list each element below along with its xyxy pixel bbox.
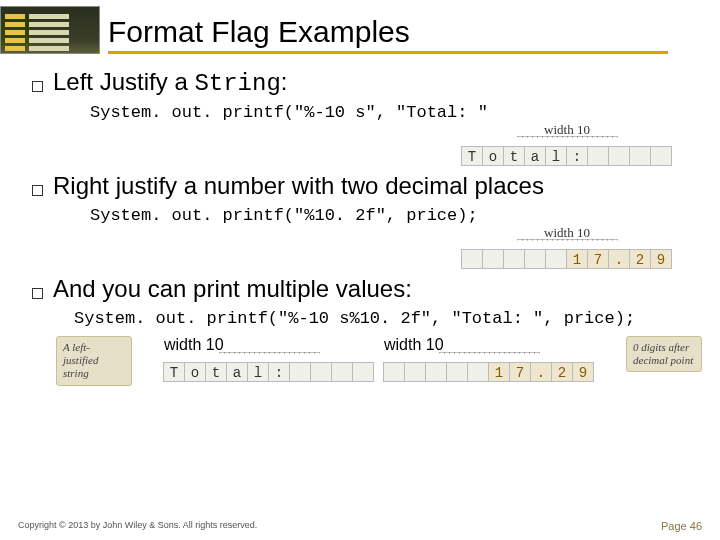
cell: : (566, 146, 588, 166)
cell (587, 146, 609, 166)
width-diagram: width 10 ⎴⎴⎴⎴⎴⎴⎴⎴⎴⎴⎴⎴⎴⎴⎴⎴⎴⎴⎴⎴ 17.29 (462, 225, 672, 269)
cell-row: 17.29 (384, 362, 594, 382)
cell: T (163, 362, 185, 382)
callout-left: A left-justified string (56, 336, 132, 386)
combined-diagram: A left-justified string width 10 ⎴⎴⎴⎴⎴⎴⎴… (56, 336, 702, 386)
cell: 9 (572, 362, 594, 382)
cell: 9 (650, 249, 672, 269)
cell (482, 249, 504, 269)
bullet-item: Right justify a number with two decimal … (32, 172, 702, 200)
cell: o (482, 146, 504, 166)
cell (404, 362, 426, 382)
bullet-icon (32, 185, 43, 196)
bullet-text: And you can print multiple values: (53, 275, 412, 303)
cell-row: Total: (164, 362, 374, 382)
slide-header: Format Flag Examples (0, 0, 720, 54)
cell: a (524, 146, 546, 166)
cell (545, 249, 567, 269)
cell (629, 146, 651, 166)
decorative-thumbnail (0, 6, 100, 54)
callout-right: 0 digits after decimal point (626, 336, 702, 372)
cell (331, 362, 353, 382)
width-diagram: width 10 ⎴⎴⎴⎴⎴⎴⎴⎴⎴⎴⎴⎴⎴⎴⎴⎴⎴⎴⎴⎴ Total: (462, 122, 672, 166)
cell (467, 362, 489, 382)
cell: 7 (509, 362, 531, 382)
code-line: System. out. printf("%-10 s", "Total: " (90, 103, 702, 122)
cell: . (608, 249, 630, 269)
cell (383, 362, 405, 382)
cell: T (461, 146, 483, 166)
bullet-item: Left Justify a String: (32, 68, 702, 97)
cell: 1 (566, 249, 588, 269)
slide-footer: Copyright © 2013 by John Wiley & Sons. A… (18, 520, 702, 532)
diagram-group: width 10 ⎴⎴⎴⎴⎴⎴⎴⎴⎴⎴⎴⎴⎴⎴⎴⎴⎴⎴⎴⎴ 17.29 (384, 336, 594, 382)
cell (503, 249, 525, 269)
cell (310, 362, 332, 382)
bullet-code: String (194, 70, 280, 97)
diagram-group: width 10 ⎴⎴⎴⎴⎴⎴⎴⎴⎴⎴⎴⎴⎴⎴⎴⎴⎴⎴⎴⎴ Total: (164, 336, 374, 382)
bullet-item: And you can print multiple values: (32, 275, 702, 303)
copyright-text: Copyright © 2013 by John Wiley & Sons. A… (18, 520, 257, 532)
code-line: System. out. printf("%-10 s%10. 2f", "To… (74, 309, 702, 328)
cell (461, 249, 483, 269)
cell: . (530, 362, 552, 382)
bullet-text: Right justify a number with two decimal … (53, 172, 544, 200)
cell (352, 362, 374, 382)
cell: 2 (551, 362, 573, 382)
cell (289, 362, 311, 382)
code-line: System. out. printf("%10. 2f", price); (90, 206, 702, 225)
cell (650, 146, 672, 166)
cell (524, 249, 546, 269)
cell (446, 362, 468, 382)
cell (425, 362, 447, 382)
cell: l (545, 146, 567, 166)
cell: t (205, 362, 227, 382)
cell: l (247, 362, 269, 382)
cell (608, 146, 630, 166)
cell: 1 (488, 362, 510, 382)
bullet-icon (32, 288, 43, 299)
cell: a (226, 362, 248, 382)
page-number: Page 46 (661, 520, 702, 532)
cell-row: 17.29 (462, 249, 672, 269)
cell: : (268, 362, 290, 382)
cell-row: Total: (462, 146, 672, 166)
cell: 2 (629, 249, 651, 269)
slide-body: Left Justify a String: System. out. prin… (0, 54, 720, 386)
bullet-text: Left Justify a (53, 68, 194, 95)
cell: t (503, 146, 525, 166)
bullet-icon (32, 81, 43, 92)
cell: o (184, 362, 206, 382)
cell: 7 (587, 249, 609, 269)
bullet-text-post: : (281, 68, 288, 95)
slide-title: Format Flag Examples (108, 15, 668, 54)
